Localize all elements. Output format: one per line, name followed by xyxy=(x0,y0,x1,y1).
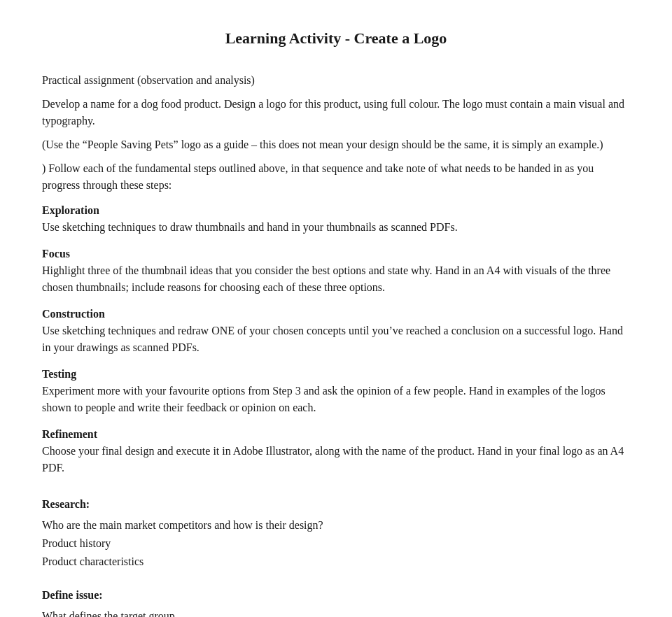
step-focus: Focus Highlight three of the thumbnail i… xyxy=(42,246,630,296)
intro-section: Practical assignment (observation and an… xyxy=(42,72,630,194)
research-question: Who are the main market competitors and … xyxy=(42,517,630,534)
step-title-construction: Construction xyxy=(42,308,105,320)
intro-line1: Practical assignment (observation and an… xyxy=(42,72,630,89)
step-construction: Construction Use sketching techniques an… xyxy=(42,306,630,356)
step-title-focus: Focus xyxy=(42,248,70,260)
step-text-focus: Highlight three of the thumbnail ideas t… xyxy=(42,264,610,293)
define-section: Define issue: What defines the target gr… xyxy=(42,587,630,617)
research-item-0: Product history xyxy=(42,535,630,552)
steps-intro: ) Follow each of the fundamental steps o… xyxy=(42,160,630,194)
research-heading: Research: xyxy=(42,496,630,513)
intro-line2: Develop a name for a dog food product. D… xyxy=(42,96,630,129)
steps-list: Exploration Use sketching techniques to … xyxy=(42,202,630,476)
step-testing: Testing Experiment more with your favour… xyxy=(42,366,630,416)
step-text-refinement: Choose your final design and execute it … xyxy=(42,445,624,474)
step-text-exploration: Use sketching techniques to draw thumbna… xyxy=(42,221,458,233)
step-title-testing: Testing xyxy=(42,368,76,380)
research-section: Research: Who are the main market compet… xyxy=(42,496,630,570)
step-refinement: Refinement Choose your final design and … xyxy=(42,426,630,476)
step-title-refinement: Refinement xyxy=(42,428,97,440)
define-heading: Define issue: xyxy=(42,587,630,604)
step-text-construction: Use sketching techniques and redraw ONE … xyxy=(42,325,623,353)
step-exploration: Exploration Use sketching techniques to … xyxy=(42,202,630,236)
intro-line3: (Use the “People Saving Pets” logo as a … xyxy=(42,136,630,153)
define-item-0: What defines the target group xyxy=(42,608,630,617)
research-item-1: Product characteristics xyxy=(42,553,630,570)
page-title: Learning Activity - Create a Logo xyxy=(42,28,630,50)
step-text-testing: Experiment more with your favourite opti… xyxy=(42,385,606,413)
step-title-exploration: Exploration xyxy=(42,204,99,216)
